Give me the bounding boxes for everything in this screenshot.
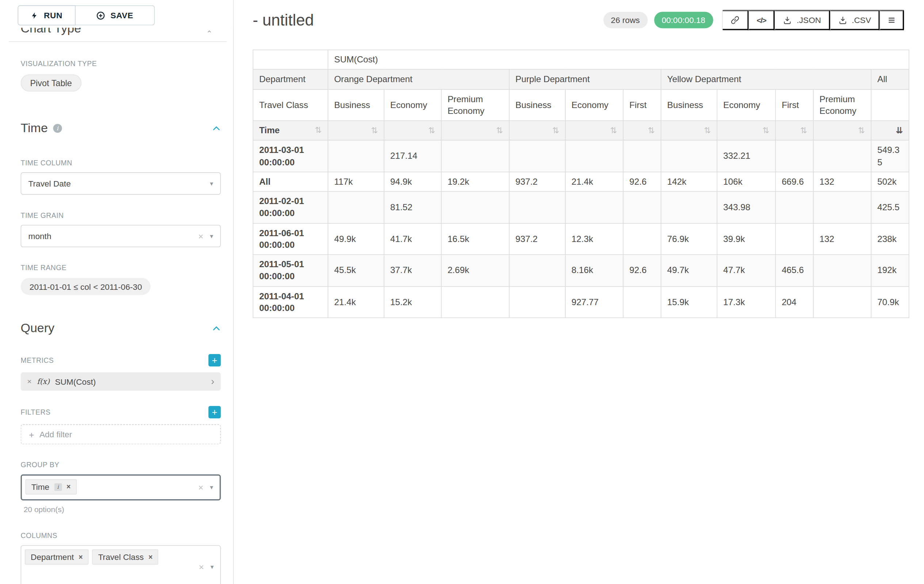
export-csv-button[interactable]: .CSV xyxy=(830,10,880,30)
add-metric-button[interactable]: + xyxy=(208,354,221,367)
sort-cell: ⇅ xyxy=(328,121,384,140)
pivot-value-cell: 45.5k xyxy=(328,255,384,286)
remove-tag-icon[interactable]: × xyxy=(148,553,152,561)
sort-icon[interactable]: ⇅ xyxy=(762,125,769,136)
add-filter-label: Add filter xyxy=(40,429,72,439)
pivot-value-cell: 12.3k xyxy=(565,223,623,254)
run-save-button-group: RUN SAVE xyxy=(18,5,155,26)
sort-icon[interactable]: ⇅ xyxy=(552,125,559,136)
sort-cell: ⇅ xyxy=(813,121,871,140)
chart-header: - untitled 26 rows 00:00:00.18 </> .JSON xyxy=(253,10,905,31)
metrics-label-row: METRICS + xyxy=(21,354,221,367)
query-section-title: Query xyxy=(21,321,54,335)
code-icon: </> xyxy=(757,16,766,25)
chevron-down-icon[interactable]: ▾ xyxy=(210,563,214,571)
sort-icon[interactable]: ⇅ xyxy=(800,125,807,136)
sort-icon[interactable]: ⇅ xyxy=(704,125,711,136)
chevron-down-icon[interactable]: ▾ xyxy=(210,232,213,240)
travel-class-header-cell: Premium Economy xyxy=(813,89,871,120)
run-button[interactable]: RUN xyxy=(18,5,75,26)
time-column-select[interactable]: Travel Date ▾ xyxy=(21,172,221,194)
pivot-row-label: 2011-05-01 00:00:00 xyxy=(253,255,328,286)
sort-descending-icon[interactable]: ⇊ xyxy=(896,125,903,136)
pivot-value-cell: 2.69k xyxy=(441,255,509,286)
chevron-up-icon[interactable]: ⌃ xyxy=(206,29,213,37)
sort-cell: ⇊ xyxy=(871,121,909,140)
time-range-label: TIME RANGE xyxy=(21,264,221,272)
chevron-right-icon[interactable]: › xyxy=(211,375,214,387)
pivot-data-row: 2011-06-01 00:00:0049.9k41.7k16.5k937.21… xyxy=(253,223,909,254)
remove-tag-icon[interactable]: × xyxy=(66,482,71,491)
pivot-value-cell xyxy=(623,223,661,254)
columns-select[interactable]: Department × Travel Class × × ▾ xyxy=(21,545,221,584)
collapse-query-section-chevron[interactable] xyxy=(212,324,221,332)
share-link-button[interactable] xyxy=(723,10,748,30)
sort-icon[interactable]: ⇅ xyxy=(610,125,617,136)
clear-icon[interactable]: × xyxy=(198,232,203,240)
metric-option[interactable]: × f(x) SUM(Cost) › xyxy=(21,372,221,391)
pivot-header-row: DepartmentOrange DepartmentPurple Depart… xyxy=(253,69,909,89)
chevron-down-icon[interactable]: ▾ xyxy=(210,484,213,491)
sort-icon[interactable]: ⇅ xyxy=(315,125,322,136)
pivot-value-cell: 15.2k xyxy=(384,286,442,317)
pivot-value-cell: 49.7k xyxy=(661,255,717,286)
visualization-type-pill[interactable]: Pivot Table xyxy=(21,74,81,92)
control-panel-scroll-area[interactable]: Chart Type ⌃ VISUALIZATION TYPE Pivot Ta… xyxy=(0,28,233,584)
export-csv-label: .CSV xyxy=(852,15,871,25)
chart-menu-button[interactable]: ≡ xyxy=(880,10,904,30)
pivot-value-cell xyxy=(776,192,813,223)
sort-icon[interactable]: ⇅ xyxy=(371,125,378,136)
sort-cell: ⇅ xyxy=(717,121,776,140)
pivot-value-cell: 8.16k xyxy=(565,255,623,286)
pivot-value-cell: 465.6 xyxy=(776,255,813,286)
query-section-header: Query xyxy=(21,321,221,335)
time-grain-select[interactable]: month × ▾ xyxy=(21,225,221,247)
collapse-time-section-chevron[interactable] xyxy=(212,124,221,133)
clear-icon[interactable]: × xyxy=(198,483,203,492)
pivot-value-cell: 92.6 xyxy=(623,255,661,286)
pivot-row-label: 2011-03-01 00:00:00 xyxy=(253,140,328,171)
view-query-button[interactable]: </> xyxy=(748,10,775,30)
department-header-cell: Purple Department xyxy=(509,69,661,89)
sort-icon[interactable]: ⇅ xyxy=(858,125,865,136)
add-filter-button[interactable]: + Add filter xyxy=(21,424,221,444)
pivot-data-row: All117k94.9k19.2k937.221.4k92.6142k106k6… xyxy=(253,172,909,192)
pivot-value-cell: 132 xyxy=(813,223,871,254)
sort-icon[interactable]: ⇅ xyxy=(648,125,655,136)
group-by-select[interactable]: Time i × × ▾ xyxy=(21,474,221,500)
visualization-type-label: VISUALIZATION TYPE xyxy=(21,59,221,68)
time-column-label: TIME COLUMN xyxy=(21,159,221,167)
sort-cell: ⇅ xyxy=(623,121,661,140)
plus-circle-icon xyxy=(96,11,105,20)
sort-icon[interactable]: ⇅ xyxy=(496,125,503,136)
sort-icon[interactable]: ⇅ xyxy=(428,125,435,136)
pivot-value-cell: 332.21 xyxy=(717,140,776,171)
pivot-row-label: All xyxy=(253,172,328,192)
pivot-value-cell: 21.4k xyxy=(565,172,623,192)
time-grain-value: month xyxy=(28,231,51,241)
travel-class-header-cell xyxy=(871,89,909,120)
remove-metric-icon[interactable]: × xyxy=(27,377,31,386)
save-button-label: SAVE xyxy=(111,11,134,20)
group-by-label: GROUP BY xyxy=(21,461,221,469)
filters-label: FILTERS xyxy=(21,408,51,416)
pivot-value-cell xyxy=(565,140,623,171)
chevron-down-icon[interactable]: ▾ xyxy=(210,179,213,187)
save-button[interactable]: SAVE xyxy=(76,5,155,26)
info-icon: i xyxy=(53,124,62,133)
sort-cell: ⇅ xyxy=(509,121,565,140)
travel-class-label-cell: Travel Class xyxy=(253,89,328,120)
chart-title[interactable]: - untitled xyxy=(253,11,314,29)
remove-tag-icon[interactable]: × xyxy=(79,553,82,561)
pivot-value-cell xyxy=(661,192,717,223)
plus-icon: + xyxy=(29,429,34,439)
export-json-button[interactable]: .JSON xyxy=(775,10,830,30)
time-column-value: Travel Date xyxy=(28,179,71,188)
query-timer-badge: 00:00:00.18 xyxy=(654,12,713,28)
time-range-pill[interactable]: 2011-01-01 ≤ col < 2011-06-30 xyxy=(21,278,151,295)
clear-icon[interactable]: × xyxy=(199,563,204,571)
main-area: - untitled 26 rows 00:00:00.18 </> .JSON xyxy=(234,0,924,584)
sort-cell: ⇅ xyxy=(776,121,813,140)
add-filter-plus-button[interactable]: + xyxy=(208,406,221,418)
pivot-value-cell xyxy=(328,140,384,171)
